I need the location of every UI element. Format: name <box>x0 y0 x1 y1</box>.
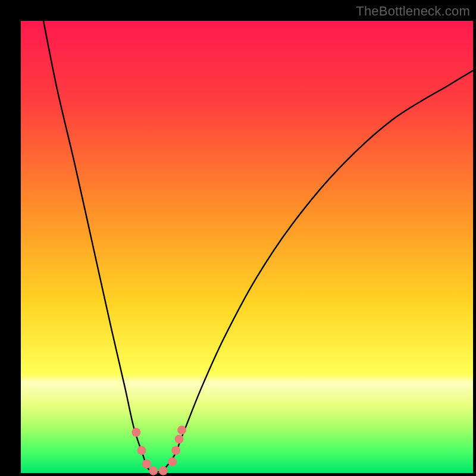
curve-marker <box>171 446 180 455</box>
curve-marker <box>175 435 184 444</box>
curve-marker <box>168 458 177 466</box>
curve-marker <box>137 446 146 455</box>
curve-marker <box>159 466 168 475</box>
watermark-text: TheBottleneck.com <box>356 4 470 19</box>
curve-marker <box>142 459 151 468</box>
curve-marker <box>177 425 186 434</box>
curve-marker <box>149 466 158 475</box>
chart-frame: TheBottleneck.com <box>0 0 476 476</box>
curve-marker <box>131 428 140 437</box>
bottleneck-curve <box>43 21 473 472</box>
chart-svg <box>21 21 473 473</box>
curve-markers <box>131 425 186 475</box>
